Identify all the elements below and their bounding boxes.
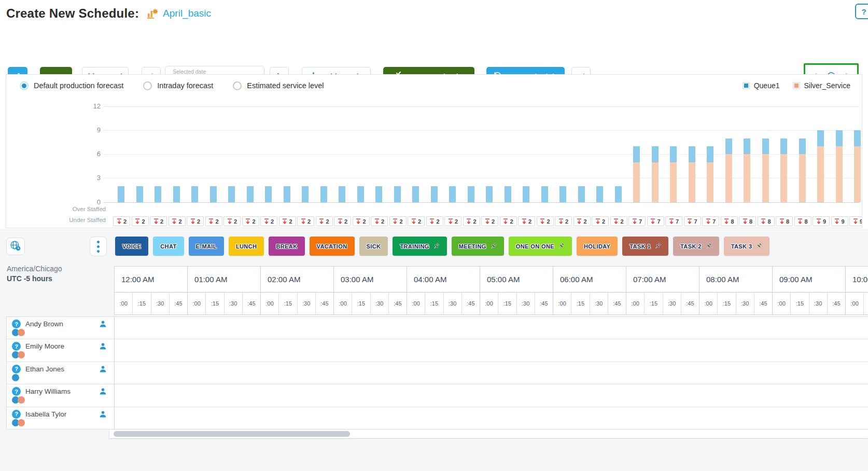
schedule-row-area[interactable] — [115, 362, 868, 384]
activity-chip-task-1[interactable]: TASK 1 — [622, 237, 668, 256]
timezone-button[interactable] — [6, 238, 25, 255]
arrow-down-from-bar-icon — [411, 218, 416, 224]
agent-icon[interactable] — [99, 387, 107, 395]
under-staffed-value: 2 — [344, 218, 347, 225]
quarter-row: :00:15:30:45 — [699, 293, 772, 315]
quarter-cell: :45 — [389, 293, 407, 314]
schedule-row-area[interactable] — [115, 407, 868, 429]
arrow-down-from-bar-icon — [632, 218, 637, 224]
employee-row-ethan-jones: ?Ethan Jones — [7, 362, 868, 384]
employee-queue-dots — [12, 396, 109, 404]
activity-chip-break[interactable]: BREAK — [269, 237, 304, 256]
arrow-down-from-bar-icon — [117, 218, 122, 224]
activity-chip-meeting[interactable]: MEETING — [452, 237, 504, 256]
horizontal-scrollbar[interactable] — [109, 430, 868, 439]
activity-chip-one-on-one[interactable]: ONE ON ONE — [509, 237, 572, 256]
arrow-down-from-bar-icon — [227, 218, 232, 224]
quarter-cell: :15 — [352, 293, 370, 314]
under-staffed-cell: 2 — [444, 216, 461, 226]
queue1-bar-segment — [284, 186, 290, 202]
quarter-cell: :15 — [645, 293, 663, 314]
quarter-cell: :30 — [225, 293, 243, 314]
legend-item-queue1[interactable]: Queue1 — [743, 81, 780, 90]
quarter-cell: :15 — [498, 293, 516, 314]
forecast-option-default-production-forecast[interactable]: Default production forecast — [20, 81, 123, 90]
hour-column-04-00-am: 04:00 AM:00:15:30:45 — [407, 267, 480, 315]
quarter-cell: :30 — [298, 293, 316, 314]
queue1-bar-segment — [375, 186, 382, 202]
forecast-option-estimated-service-level[interactable]: Estimated service level — [233, 81, 324, 90]
question-icon[interactable]: ? — [12, 387, 21, 396]
activity-chip-holiday[interactable]: HOLIDAY — [577, 237, 618, 256]
agent-icon[interactable] — [99, 320, 107, 328]
queue1-bar-segment — [228, 186, 235, 202]
under-staffed-cell: 2 — [555, 216, 572, 226]
under-staffed-cell: 8 — [758, 216, 775, 226]
queue1-bar-segment — [118, 186, 124, 202]
schedule-row-area[interactable] — [115, 384, 868, 406]
employee-name-cell: ?Ethan Jones — [7, 362, 115, 384]
queue-dot — [18, 351, 25, 358]
activity-label: TASK 1 — [629, 243, 651, 250]
question-icon[interactable]: ? — [12, 365, 21, 373]
activity-chip-training[interactable]: TRAINING — [393, 237, 446, 256]
employee-queue-dots — [12, 351, 109, 358]
question-icon[interactable]: ? — [12, 320, 21, 328]
activity-chip-voice[interactable]: VOICE — [115, 237, 148, 256]
hour-column-07-00-am: 07:00 AM:00:15:30:45 — [626, 267, 699, 315]
quarter-cell: :00 — [773, 293, 791, 314]
agent-icon[interactable] — [99, 365, 107, 373]
forecast-panel: Default production forecastIntraday fore… — [6, 74, 862, 228]
activity-chip-task-3[interactable]: TASK 3 — [724, 237, 770, 256]
activity-chip-sick[interactable]: SICK — [359, 237, 388, 256]
scrollbar-thumb[interactable] — [114, 431, 350, 437]
legend-swatch — [793, 82, 800, 89]
activity-chip-lunch[interactable]: LUNCH — [229, 237, 264, 256]
help-icon[interactable]: ? — [855, 4, 868, 19]
under-staffed-cell: 2 — [463, 216, 480, 226]
under-staffed-cell: 2 — [169, 216, 186, 226]
y-axis-tick: 0 — [84, 198, 101, 206]
under-staffed-value: 2 — [252, 218, 255, 225]
silver-service-bar-segment — [689, 162, 695, 202]
under-staffed-cell: 2 — [592, 216, 609, 226]
pin-icon — [654, 243, 661, 250]
activity-chip-chat[interactable]: CHAT — [153, 237, 184, 256]
arrow-down-from-bar-icon — [613, 218, 619, 224]
schedule-row-area[interactable] — [115, 317, 868, 339]
schedule-row-area[interactable] — [115, 339, 868, 361]
activities-menu-button[interactable] — [90, 237, 107, 256]
quarter-cell: :15 — [206, 293, 224, 314]
page-header: Create New Schedule: April_basic — [6, 6, 211, 21]
activity-label: TASK 3 — [731, 243, 752, 250]
under-staffed-value: 2 — [418, 218, 421, 225]
agent-icon[interactable] — [99, 410, 107, 418]
activity-chip-e-mail[interactable]: E-MAIL — [189, 237, 224, 256]
under-staffed-value: 2 — [547, 218, 550, 225]
employee-name-line: ?Isabella Tylor — [12, 410, 109, 419]
activity-chip-task-2[interactable]: TASK 2 — [673, 237, 719, 256]
silver-service-bar-segment — [854, 146, 861, 202]
quarter-row: :00:15:30:45 — [407, 293, 480, 315]
hour-column-05-00-am: 05:00 AM:00:15:30:45 — [480, 267, 553, 315]
forecast-option-intraday-forecast[interactable]: Intraday forecast — [143, 81, 213, 90]
under-staffed-cell: 2 — [537, 216, 554, 226]
quarter-cell: :15 — [425, 293, 443, 314]
activity-label: BREAK — [276, 243, 297, 250]
activity-label: HOLIDAY — [584, 243, 610, 250]
agent-icon[interactable] — [99, 342, 107, 350]
activity-label: TASK 2 — [680, 243, 702, 250]
queue1-bar-segment — [780, 138, 787, 155]
quarter-cell: :00 — [334, 293, 352, 314]
question-icon[interactable]: ? — [12, 342, 21, 351]
under-staffed-value: 2 — [510, 218, 513, 225]
activity-chip-vacation[interactable]: VACATION — [310, 237, 355, 256]
activity-label: CHAT — [160, 243, 176, 250]
question-icon[interactable]: ? — [12, 410, 21, 419]
silver-service-bar-segment — [652, 162, 659, 202]
silver-service-bar-segment — [799, 154, 806, 202]
under-staffed-cell: 2 — [132, 216, 149, 226]
under-staffed-value: 2 — [123, 218, 127, 225]
legend-item-silver-service[interactable]: Silver_Service — [793, 81, 850, 90]
under-staffed-value: 9 — [841, 218, 844, 225]
